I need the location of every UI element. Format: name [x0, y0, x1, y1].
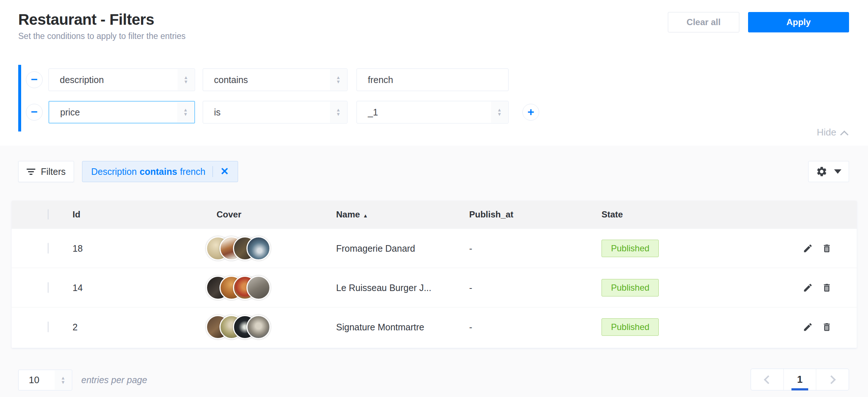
- table-header-row: Id Cover Name▲ Publish_at State: [12, 201, 857, 228]
- edit-icon[interactable]: [803, 322, 813, 332]
- list-toolbar: Filters Description contains french ✕: [18, 161, 849, 182]
- spinner-arrows-icon: ▲▼: [491, 102, 508, 123]
- chip-operator: contains: [140, 166, 177, 177]
- filter-value-input[interactable]: french: [357, 68, 509, 91]
- status-badge: Published: [602, 279, 659, 296]
- cell-id: 14: [73, 282, 83, 293]
- operator-select[interactable]: contains ▲▼: [203, 68, 347, 91]
- apply-button[interactable]: Apply: [748, 12, 849, 32]
- column-header-id[interactable]: Id: [73, 209, 80, 220]
- spinner-arrows-icon: ▲▼: [330, 69, 347, 90]
- filter-value-text: french: [368, 75, 393, 85]
- column-header-publish-at[interactable]: Publish_at: [469, 209, 513, 220]
- view-settings-button[interactable]: [808, 161, 849, 182]
- chip-divider: [213, 166, 213, 177]
- page-header: Restaurant - Filters Set the conditions …: [18, 11, 186, 41]
- cover-image: [246, 236, 270, 260]
- cell-publish-at: -: [469, 243, 472, 253]
- filter-condition-row: − description ▲▼ contains ▲▼ french: [26, 68, 509, 91]
- field-select-value: description: [60, 75, 104, 85]
- field-select-value: price: [60, 107, 80, 118]
- chevron-left-icon: [764, 375, 772, 384]
- table-row[interactable]: 18 Fromagerie Danard - Published: [12, 228, 857, 268]
- hide-label: Hide: [817, 127, 836, 138]
- page-number-button[interactable]: 1: [783, 369, 816, 390]
- next-page-button[interactable]: [816, 369, 849, 390]
- cover-image: [246, 276, 270, 300]
- gear-icon: [816, 166, 828, 177]
- page-size-select[interactable]: 10 ▲▼: [18, 370, 72, 390]
- cover-thumbnails: [206, 236, 272, 260]
- minus-icon: −: [31, 106, 38, 118]
- edit-icon[interactable]: [803, 243, 813, 253]
- cell-name: Le Ruisseau Burger J...: [336, 282, 431, 293]
- cell-publish-at: -: [469, 322, 472, 332]
- operator-select-value: is: [214, 107, 221, 118]
- select-all-checkbox[interactable]: [48, 209, 48, 220]
- clear-all-button[interactable]: Clear all: [668, 12, 739, 32]
- previous-page-button[interactable]: [751, 369, 783, 390]
- row-checkbox[interactable]: [48, 243, 48, 253]
- close-icon[interactable]: ✕: [220, 166, 229, 177]
- delete-icon[interactable]: [822, 283, 832, 293]
- filter-group-accent-bar: [18, 65, 21, 131]
- spinner-arrows-icon: ▲▼: [178, 69, 194, 90]
- active-filter-chip[interactable]: Description contains french ✕: [82, 161, 238, 182]
- minus-icon: −: [31, 74, 38, 85]
- column-header-cover: Cover: [217, 209, 241, 220]
- current-page-indicator: [791, 388, 808, 390]
- spinner-arrows-icon: ▲▼: [330, 102, 347, 123]
- chevron-right-icon: [827, 375, 836, 384]
- sort-asc-icon: ▲: [363, 213, 368, 219]
- filter-value-text: _1: [368, 107, 378, 118]
- cover-thumbnails: [206, 276, 272, 300]
- spinner-arrows-icon: ▲▼: [55, 370, 71, 390]
- page-title: Restaurant - Filters: [18, 11, 186, 28]
- current-page-number: 1: [797, 374, 802, 385]
- chip-value: french: [180, 166, 205, 177]
- cell-name: Fromagerie Danard: [336, 243, 415, 253]
- cover-thumbnails: [206, 315, 272, 339]
- cell-id: 2: [73, 322, 78, 332]
- row-checkbox[interactable]: [48, 282, 48, 293]
- pagination: 1: [751, 369, 849, 390]
- entries-table: Id Cover Name▲ Publish_at State 18 Froma…: [12, 201, 857, 348]
- column-header-state[interactable]: State: [602, 209, 623, 220]
- cell-publish-at: -: [469, 282, 472, 293]
- plus-icon: +: [528, 106, 534, 118]
- filters-button-label: Filters: [41, 166, 66, 177]
- edit-icon[interactable]: [803, 283, 813, 293]
- table-row[interactable]: 2 Signature Montmartre - Published: [12, 307, 857, 346]
- column-header-name[interactable]: Name▲: [336, 209, 368, 220]
- delete-icon[interactable]: [822, 322, 832, 332]
- spinner-arrows-icon: ▲▼: [177, 102, 194, 122]
- operator-select[interactable]: is ▲▼: [203, 101, 347, 123]
- operator-select-value: contains: [214, 75, 248, 85]
- field-select[interactable]: price ▲▼: [48, 101, 195, 123]
- hide-filters-link[interactable]: Hide: [817, 127, 847, 138]
- chip-field: Description: [91, 166, 137, 177]
- filter-condition-row: − price ▲▼ is ▲▼ _1 ▲▼ +: [26, 101, 539, 123]
- page-size-value: 10: [29, 374, 39, 386]
- chevron-down-icon: [834, 169, 841, 174]
- cell-name: Signature Montmartre: [336, 322, 424, 332]
- remove-condition-button[interactable]: −: [26, 104, 43, 121]
- cover-image: [246, 315, 270, 339]
- row-checkbox[interactable]: [48, 321, 48, 332]
- remove-condition-button[interactable]: −: [26, 71, 43, 88]
- table-row[interactable]: 14 Le Ruisseau Burger J... - Published: [12, 268, 857, 307]
- filters-button[interactable]: Filters: [18, 161, 74, 182]
- entries-per-page-label: entries per page: [81, 375, 147, 385]
- status-badge: Published: [602, 240, 659, 257]
- delete-icon[interactable]: [822, 243, 832, 253]
- page-subtitle: Set the conditions to apply to filter th…: [18, 31, 186, 41]
- add-condition-button[interactable]: +: [522, 104, 539, 121]
- status-badge: Published: [602, 318, 659, 336]
- filter-icon: [27, 169, 35, 175]
- cell-id: 18: [73, 243, 83, 253]
- chevron-up-icon: [840, 130, 849, 139]
- field-select[interactable]: description ▲▼: [48, 68, 195, 91]
- filter-value-number-input[interactable]: _1 ▲▼: [357, 101, 509, 123]
- header-actions: Clear all Apply: [668, 12, 849, 32]
- filters-panel: Restaurant - Filters Set the conditions …: [0, 0, 868, 146]
